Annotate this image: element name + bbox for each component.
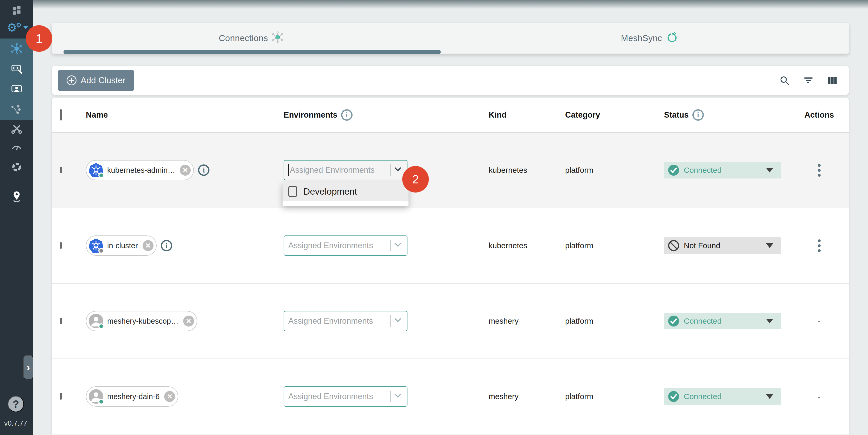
performance-icon[interactable] bbox=[10, 140, 23, 154]
connection-chip[interactable]: meshery-kubescop… ✕ bbox=[86, 311, 197, 331]
gear-small-icon: ⚙ bbox=[16, 22, 22, 28]
service-mesh-icon[interactable] bbox=[10, 103, 23, 116]
connections-icon[interactable] bbox=[10, 42, 23, 55]
connection-name: meshery-kubescop… bbox=[103, 317, 183, 325]
caret-down-icon[interactable] bbox=[766, 168, 773, 173]
status-badge[interactable]: Connected bbox=[664, 388, 781, 405]
chevron-down-icon[interactable] bbox=[395, 240, 401, 247]
caret-down-icon[interactable] bbox=[766, 243, 773, 248]
active-tab-indicator bbox=[63, 50, 441, 54]
column-header-name: Name bbox=[86, 110, 284, 120]
connection-name: kubernetes-admin… bbox=[103, 166, 180, 175]
caret-down-icon[interactable] bbox=[766, 394, 773, 399]
actions-cell bbox=[798, 238, 841, 254]
no-actions-placeholder: - bbox=[818, 316, 820, 326]
caret-down-icon[interactable] bbox=[766, 319, 773, 323]
status-badge[interactable]: Not Found bbox=[664, 237, 781, 254]
adapters-icon[interactable] bbox=[10, 62, 23, 76]
assigned-environments-select[interactable]: Assigned Environments bbox=[284, 386, 407, 407]
lifecycle-gear-icon[interactable]: ⚙ ⚙ bbox=[7, 21, 30, 34]
connection-chip[interactable]: kubernetes-admin… ✕ bbox=[86, 160, 194, 180]
remove-connection-icon[interactable]: ✕ bbox=[164, 391, 175, 402]
meshsync-spinner-icon bbox=[666, 31, 678, 45]
status-badge[interactable]: Connected bbox=[664, 162, 781, 179]
tab-connections-label: Connections bbox=[219, 33, 268, 43]
column-header-actions: Actions bbox=[798, 110, 841, 120]
status-label: Not Found bbox=[684, 241, 720, 250]
category-cell: platform bbox=[565, 317, 664, 325]
view-columns-icon[interactable] bbox=[826, 74, 838, 86]
actions-cell: - bbox=[798, 316, 841, 326]
help-button[interactable]: ? bbox=[8, 396, 24, 412]
tab-meshsync[interactable]: MeshSync bbox=[451, 23, 849, 54]
lifecycle-submenu bbox=[0, 38, 33, 120]
connection-chip[interactable]: meshery-dain-6 ✕ bbox=[86, 386, 178, 407]
column-header-environments: Environmentsi bbox=[284, 109, 489, 121]
status-icon bbox=[668, 240, 680, 252]
status-icon bbox=[668, 164, 680, 176]
assigned-environments-select[interactable]: Assigned Environments bbox=[284, 236, 407, 256]
no-actions-placeholder: - bbox=[818, 392, 820, 401]
tab-meshsync-label: MeshSync bbox=[621, 33, 662, 43]
assigned-environments-select[interactable]: Assigned Environments bbox=[284, 160, 407, 180]
extensions-icon[interactable] bbox=[10, 160, 23, 174]
row-checkbox[interactable] bbox=[60, 242, 62, 249]
tab-connections[interactable]: Connections bbox=[52, 23, 451, 54]
connection-avatar bbox=[89, 163, 103, 178]
environments-dropdown-menu: Development bbox=[283, 182, 408, 206]
info-icon[interactable]: i bbox=[161, 240, 172, 251]
plus-icon bbox=[67, 75, 76, 85]
column-header-kind: Kind bbox=[489, 110, 565, 120]
environments-icon[interactable] bbox=[10, 83, 23, 96]
connection-status-dot bbox=[98, 248, 104, 254]
gear-icon: ⚙ bbox=[7, 22, 17, 33]
select-all-checkbox[interactable] bbox=[60, 109, 62, 120]
row-checkbox[interactable] bbox=[60, 393, 62, 400]
chevron-down-icon[interactable] bbox=[395, 165, 401, 171]
table-toolbar: Add Cluster bbox=[52, 66, 849, 95]
tab-bar: Connections MeshSync bbox=[52, 23, 849, 54]
connection-name: in-cluster bbox=[103, 242, 143, 250]
sidebar-expand-button[interactable]: › bbox=[23, 355, 33, 379]
remove-connection-icon[interactable]: ✕ bbox=[143, 240, 154, 251]
add-cluster-label: Add Cluster bbox=[81, 75, 125, 85]
status-badge[interactable]: Connected bbox=[664, 313, 781, 330]
add-cluster-button[interactable]: Add Cluster bbox=[58, 70, 134, 91]
option-checkbox[interactable] bbox=[288, 186, 297, 197]
info-icon[interactable]: i bbox=[198, 164, 210, 176]
dashboard-icon[interactable] bbox=[10, 4, 23, 17]
connection-avatar bbox=[89, 238, 103, 253]
category-cell: platform bbox=[565, 392, 664, 401]
assigned-environments-select[interactable]: Assigned Environments bbox=[284, 311, 407, 331]
remove-connection-icon[interactable]: ✕ bbox=[183, 316, 194, 327]
kind-cell: meshery bbox=[489, 317, 565, 325]
filter-icon[interactable] bbox=[802, 74, 814, 86]
row-checkbox[interactable] bbox=[60, 318, 62, 324]
info-icon[interactable]: i bbox=[692, 109, 704, 121]
kind-cell: kubernetes bbox=[489, 241, 565, 250]
table-row: meshery-dain-6 ✕ Assigned Environments m… bbox=[52, 359, 849, 434]
connection-avatar bbox=[89, 389, 103, 404]
info-icon[interactable]: i bbox=[341, 109, 352, 121]
connection-name: meshery-dain-6 bbox=[103, 392, 164, 401]
search-icon[interactable] bbox=[778, 74, 790, 86]
configuration-icon[interactable] bbox=[10, 122, 23, 135]
chevron-down-icon bbox=[23, 26, 28, 29]
connections-table: Name Environmentsi Kind Category Statusi… bbox=[52, 98, 849, 435]
row-checkbox[interactable] bbox=[60, 167, 62, 173]
connection-chip[interactable]: in-cluster ✕ bbox=[86, 236, 157, 256]
text-cursor bbox=[288, 164, 289, 176]
location-pin-icon[interactable] bbox=[10, 189, 23, 203]
row-menu-icon[interactable] bbox=[816, 238, 822, 254]
connection-avatar bbox=[89, 313, 103, 329]
table-row: in-cluster ✕ i Assigned Environments kub… bbox=[52, 208, 849, 284]
status-icon bbox=[668, 315, 680, 327]
chevron-down-icon[interactable] bbox=[395, 316, 401, 322]
dropdown-option-development[interactable]: Development bbox=[283, 182, 408, 201]
category-cell: platform bbox=[565, 241, 664, 250]
chevron-down-icon[interactable] bbox=[395, 391, 401, 398]
table-row: meshery-kubescop… ✕ Assigned Environment… bbox=[52, 284, 849, 359]
row-menu-icon[interactable] bbox=[816, 162, 822, 178]
connection-status-dot bbox=[98, 173, 104, 178]
remove-connection-icon[interactable]: ✕ bbox=[180, 165, 191, 176]
